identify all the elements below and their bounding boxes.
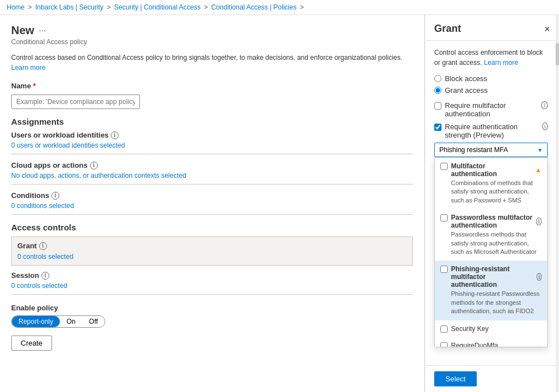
- require-mfa-checkbox[interactable]: [434, 102, 441, 110]
- panel-scrollbar[interactable]: [556, 15, 559, 392]
- require-mfa-row: Require multifactor authentication i: [434, 101, 548, 118]
- conditions-label: Conditions: [11, 191, 49, 200]
- session-row: Session i 0 controls selected: [11, 271, 413, 295]
- dropdown-item-passwordless[interactable]: Passwordless multifactor authentication …: [435, 209, 547, 261]
- warning-icon: ▲: [535, 166, 542, 174]
- page-subtitle: Conditional Access policy: [11, 38, 413, 46]
- phishing-info-icon[interactable]: i: [537, 273, 542, 281]
- require-mfa-section: Require multifactor authentication i: [434, 101, 548, 118]
- page-ellipsis-menu[interactable]: ···: [39, 26, 46, 36]
- access-controls-label: Access controls: [11, 223, 413, 232]
- dropdown-selected-value: Phishing resistant MFA: [439, 146, 508, 154]
- passwordless-info-icon[interactable]: i: [536, 218, 542, 225]
- dropdown-item-security-key-checkbox[interactable]: [440, 325, 448, 333]
- breadcrumb-security[interactable]: Inbarck Labs | Security: [35, 3, 104, 11]
- dropdown-item-duo-checkbox[interactable]: [440, 342, 448, 347]
- cloud-apps-link[interactable]: No cloud apps, actions, or authenticatio…: [11, 172, 413, 185]
- name-label: Name *: [11, 82, 413, 90]
- enable-policy-label: Enable policy: [11, 304, 413, 312]
- panel-footer: Select: [425, 365, 559, 392]
- grant-info-icon[interactable]: i: [39, 242, 47, 250]
- require-auth-strength-section: Require authentication strength (Preview…: [434, 122, 548, 157]
- learn-more-link[interactable]: Learn more: [11, 64, 45, 72]
- require-auth-strength-info-icon[interactable]: i: [542, 122, 548, 130]
- grant-access-label: Grant access: [445, 86, 488, 95]
- dropdown-caret-icon: ▼: [537, 147, 543, 153]
- block-access-row: Block access: [434, 74, 548, 83]
- breadcrumb: Home > Inbarck Labs | Security > Securit…: [0, 0, 559, 15]
- dropdown-item-phishing-resistant[interactable]: Phishing-resistant multifactor authentic…: [435, 261, 547, 320]
- left-pane: New ··· Conditional Access policy Contro…: [0, 15, 425, 392]
- panel-close-button[interactable]: ×: [544, 24, 550, 34]
- require-auth-strength-checkbox[interactable]: [434, 124, 441, 131]
- name-input[interactable]: [11, 95, 140, 109]
- users-link[interactable]: 0 users or workload identities selected: [11, 141, 413, 154]
- panel-learn-more[interactable]: Learn more: [484, 59, 518, 67]
- page-title: New: [11, 24, 34, 37]
- toggle-report-only[interactable]: Report-only: [12, 316, 60, 327]
- select-button[interactable]: Select: [434, 371, 477, 386]
- conditions-link[interactable]: 0 conditions selected: [11, 202, 413, 215]
- grant-access-radio[interactable]: [434, 87, 441, 94]
- dropdown-item-passwordless-checkbox[interactable]: [440, 214, 448, 221]
- cloud-apps-assignment-row: Cloud apps or actions i No cloud apps, a…: [11, 161, 413, 185]
- users-label: Users or workload identities: [11, 131, 109, 139]
- grant-panel: Grant × Control access enforcement to bl…: [425, 15, 559, 392]
- auth-strength-dropdown-btn[interactable]: Phishing resistant MFA ▼: [434, 143, 548, 157]
- toggle-on[interactable]: On: [60, 316, 82, 327]
- require-auth-strength-row: Require authentication strength (Preview…: [434, 122, 548, 139]
- block-access-label: Block access: [445, 74, 487, 83]
- session-link[interactable]: 0 controls selected: [11, 282, 413, 295]
- page-description: Control access based on Conditional Acce…: [11, 53, 413, 73]
- grant-label: Grant: [17, 242, 37, 250]
- require-mfa-info-icon[interactable]: i: [541, 101, 548, 109]
- auth-strength-dropdown[interactable]: Phishing resistant MFA ▼ Multifactor aut…: [434, 143, 548, 157]
- cloud-apps-label: Cloud apps or actions: [11, 161, 88, 169]
- security-key-label: Security Key: [451, 325, 488, 333]
- access-type-radio-group: Block access Grant access: [434, 74, 548, 95]
- breadcrumb-home[interactable]: Home: [7, 3, 25, 11]
- dropdown-item-phishing-checkbox[interactable]: [440, 266, 448, 273]
- panel-description: Control access enforcement to block or g…: [434, 48, 548, 68]
- dropdown-item-duo[interactable]: RequireDuoMfa: [435, 337, 547, 347]
- session-info-icon[interactable]: i: [41, 272, 49, 280]
- grant-box: Grant i 0 controls selected: [11, 237, 413, 266]
- grant-access-row: Grant access: [434, 86, 548, 95]
- dropdown-item-mfa[interactable]: Multifactor authentication ▲ Combination…: [435, 158, 547, 209]
- users-assignment-row: Users or workload identities i 0 users o…: [11, 131, 413, 154]
- require-duo-label: RequireDuoMfa: [451, 342, 498, 347]
- panel-header: Grant ×: [425, 15, 559, 41]
- toggle-off[interactable]: Off: [82, 316, 105, 327]
- create-button[interactable]: Create: [11, 336, 52, 351]
- block-access-radio[interactable]: [434, 75, 441, 82]
- users-info-icon[interactable]: i: [111, 131, 119, 139]
- assignments-label: Assignments: [11, 117, 413, 126]
- panel-title: Grant: [434, 23, 461, 35]
- dropdown-list: Multifactor authentication ▲ Combination…: [434, 157, 548, 347]
- dropdown-item-mfa-checkbox[interactable]: [440, 163, 448, 170]
- grant-link[interactable]: 0 controls selected: [17, 253, 73, 261]
- breadcrumb-policies[interactable]: Conditional Access | Policies: [211, 3, 297, 11]
- breadcrumb-conditional-access[interactable]: Security | Conditional Access: [114, 3, 201, 11]
- cloud-apps-info-icon[interactable]: i: [90, 162, 98, 169]
- session-label: Session: [11, 271, 39, 280]
- require-auth-strength-label: Require authentication strength (Preview…: [445, 122, 539, 139]
- panel-scrollbar-thumb: [556, 43, 559, 65]
- conditions-row: Conditions i 0 conditions selected: [11, 191, 413, 215]
- dropdown-item-security-key[interactable]: Security Key: [435, 320, 547, 337]
- enable-policy-toggle[interactable]: Report-only On Off: [11, 315, 105, 328]
- conditions-info-icon[interactable]: i: [51, 192, 59, 200]
- panel-body: Control access enforcement to block or g…: [425, 41, 559, 365]
- require-mfa-label: Require multifactor authentication: [445, 101, 538, 118]
